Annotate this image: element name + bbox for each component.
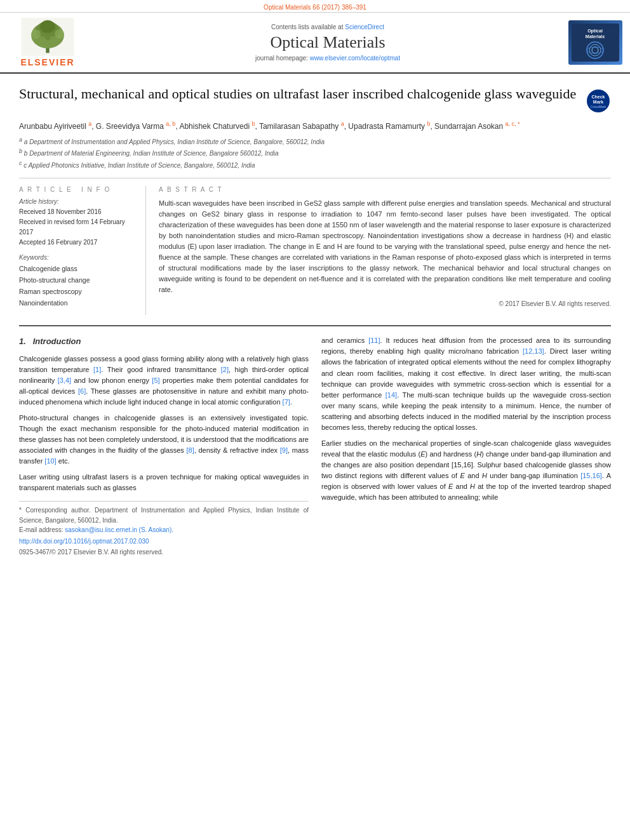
copyright-line: © 2017 Elsevier B.V. All rights reserved… (159, 300, 611, 307)
authors-text: Arunbabu Ayiriveetil a, G. Sreevidya Var… (19, 122, 520, 131)
optical-materials-logo-section: Optical Materials (566, 20, 624, 65)
keywords-label: Keywords: (19, 254, 136, 261)
keyword-2: Photo-structural change (19, 275, 136, 286)
footnote-email-label: E-mail address: (19, 526, 63, 533)
article-dates: Received 18 November 2016 Received in re… (19, 207, 136, 248)
svg-point-8 (50, 36, 58, 44)
revised-date: Received in revised form 14 February 201… (19, 217, 136, 237)
body-section: 1. Introduction Chalcogenide glasses pos… (19, 335, 611, 557)
sciencedirect-label: Contents lists available at (271, 23, 343, 30)
keyword-3: Raman spectroscopy (19, 286, 136, 298)
body-para-2: Photo-structural changes in chalcogenide… (19, 413, 309, 467)
elsevier-brand-text: ELSEVIER (20, 57, 74, 67)
journal-header-center: Contents lists available at ScienceDirec… (95, 23, 560, 62)
journal-homepage-line: journal homepage: www.elsevier.com/locat… (95, 55, 560, 62)
section1-heading: 1. Introduction (19, 335, 309, 348)
svg-point-4 (40, 20, 55, 33)
svg-text:Check: Check (591, 95, 605, 99)
abstract-label: A B S T R A C T (159, 186, 611, 193)
body-para-5: Earlier studies on the mechanical proper… (321, 438, 611, 503)
sciencedirect-line: Contents lists available at ScienceDirec… (95, 23, 560, 30)
header-divider (19, 178, 611, 178)
affiliation-c: c c Applied Photonics Initiative, Indian… (19, 159, 611, 170)
article-title: Structural, mechanical and optical studi… (19, 85, 579, 103)
homepage-link[interactable]: www.elsevier.com/locate/optmat (310, 55, 400, 62)
body-para-1: Chalcogenide glasses possess a good glas… (19, 354, 309, 408)
sciencedirect-link[interactable]: ScienceDirect (345, 23, 384, 30)
keyword-4: Nanoindentation (19, 298, 136, 309)
accepted-date: Accepted 16 February 2017 (19, 237, 136, 248)
article-info-label: A R T I C L E I N F O (19, 186, 136, 193)
footnote-email-line: E-mail address: sasokan@isu.iisc.ernet.i… (19, 525, 309, 535)
affiliation-b: b b Department of Material Engineering, … (19, 147, 611, 158)
body-para-4: and ceramics [11]. It reduces heat diffu… (321, 335, 611, 432)
authors-line: Arunbabu Ayiriveetil a, G. Sreevidya Var… (19, 120, 611, 132)
article-history-label: Article history: (19, 198, 136, 205)
article-title-section: Structural, mechanical and optical studi… (19, 85, 611, 114)
affiliation-a: a a Department of Instrumentation and Ap… (19, 136, 611, 147)
page: Optical Materials 66 (2017) 386–391 (0, 0, 630, 569)
crossmark-badge: Check Mark CrossMark (586, 88, 611, 114)
main-content: Structural, mechanical and optical studi… (0, 74, 630, 569)
journal-name: Optical Materials (95, 33, 560, 52)
homepage-label: journal homepage: (255, 55, 308, 62)
keywords-list: Chalcogenide glass Photo-structural chan… (19, 263, 136, 309)
doi-link[interactable]: http://dx.doi.org/10.1016/j.optmat.2017.… (19, 538, 149, 545)
section1-number: 1. (19, 337, 26, 346)
article-info-abstract-section: A R T I C L E I N F O Article history: R… (19, 186, 611, 315)
svg-text:Materials: Materials (585, 34, 604, 39)
svg-text:Mark: Mark (593, 100, 603, 104)
abstract-col: A B S T R A C T Multi-scan waveguides ha… (159, 186, 611, 315)
elsevier-logo: ELSEVIER (6, 18, 89, 67)
body-divider (19, 325, 611, 326)
optical-materials-logo-image: Optical Materials (572, 23, 619, 62)
section1-title: Introduction (33, 337, 81, 346)
footnote-section: * Corresponding author. Department of In… (19, 501, 309, 557)
issn-line: 0925-3467/© 2017 Elsevier B.V. All right… (19, 547, 309, 557)
journal-citation: Optical Materials 66 (2017) 386–391 (264, 4, 366, 11)
journal-header: ELSEVIER Contents lists available at Sci… (0, 13, 630, 74)
body-para-3: Laser writing using ultrafast lasers is … (19, 472, 309, 493)
footnote-email-link[interactable]: sasokan@isu.iisc.ernet.in (S. Asokan). (65, 526, 173, 533)
keyword-1: Chalcogenide glass (19, 263, 136, 275)
body-col-left: 1. Introduction Chalcogenide glasses pos… (19, 335, 309, 557)
journal-citation-bar: Optical Materials 66 (2017) 386–391 (0, 0, 630, 13)
abstract-text: Multi-scan waveguides have been inscribe… (159, 198, 611, 295)
optical-materials-logo: Optical Materials (568, 20, 622, 65)
doi-line: http://dx.doi.org/10.1016/j.optmat.2017.… (19, 537, 309, 547)
keywords-group: Keywords: Chalcogenide glass Photo-struc… (19, 254, 136, 309)
crossmark-icon: Check Mark CrossMark (586, 88, 611, 114)
elsevier-logo-section: ELSEVIER (6, 18, 89, 67)
received-date: Received 18 November 2016 (19, 207, 136, 217)
article-history-group: Article history: Received 18 November 20… (19, 198, 136, 248)
footnote-corresponding: * Corresponding author. Department of In… (19, 505, 309, 525)
svg-text:Optical: Optical (587, 29, 603, 34)
body-col-right: and ceramics [11]. It reduces heat diffu… (321, 335, 611, 557)
elsevier-tree-icon (19, 18, 76, 56)
affiliations: a a Department of Instrumentation and Ap… (19, 136, 611, 170)
svg-text:CrossMark: CrossMark (591, 105, 607, 109)
svg-point-7 (37, 36, 46, 44)
article-info-col: A R T I C L E I N F O Article history: R… (19, 186, 146, 315)
